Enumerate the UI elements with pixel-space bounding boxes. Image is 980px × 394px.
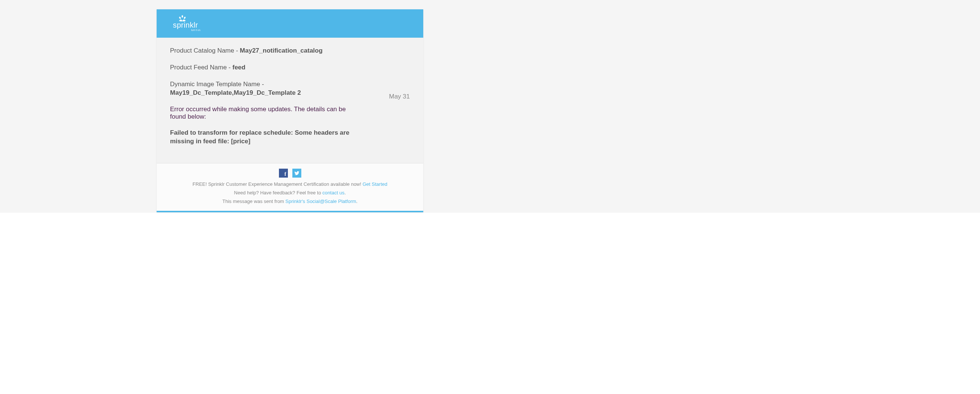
footer-line-3-tail: . <box>356 198 358 204</box>
content-region: Product Catalog Name - May27_notificatio… <box>157 38 423 163</box>
social-icons: f <box>164 169 416 178</box>
failure-message: Failed to transform for replace schedule… <box>170 129 360 146</box>
contact-us-link[interactable]: contact us <box>323 190 345 196</box>
brand-logo: sprinklr turn it on. <box>165 13 206 33</box>
feed-value: feed <box>232 64 245 71</box>
catalog-row: Product Catalog Name - May27_notificatio… <box>170 47 360 55</box>
feed-label: Product Feed Name - <box>170 64 232 71</box>
sprinklr-logo-icon: sprinklr turn it on. <box>165 13 206 33</box>
platform-link[interactable]: Sprinklr's Social@Scale Platform <box>285 198 356 204</box>
footer-line-3-text: This message was sent from <box>222 198 285 204</box>
header-bar: sprinklr turn it on. <box>157 10 423 38</box>
feed-row: Product Feed Name - feed <box>170 64 360 72</box>
svg-point-2 <box>183 16 186 19</box>
svg-point-0 <box>181 15 183 18</box>
template-label: Dynamic Image Template Name - <box>170 81 264 88</box>
footer-line-1-text: FREE! Sprinklr Customer Experience Manag… <box>192 181 363 187</box>
footer-line-3: This message was sent from Sprinklr's So… <box>164 198 416 204</box>
email-card: sprinklr turn it on. Product Catalog Nam… <box>157 10 423 212</box>
svg-point-1 <box>179 16 181 19</box>
facebook-icon[interactable]: f <box>279 169 288 178</box>
template-row: Dynamic Image Template Name - May19_Dc_T… <box>170 80 360 97</box>
footer-line-2-text: Need help? Have feedback? Feel free to <box>234 190 323 196</box>
error-heading: Error occurred while making some updates… <box>170 105 360 121</box>
footer-line-2-tail: . <box>345 190 346 196</box>
page-wrapper: sprinklr turn it on. Product Catalog Nam… <box>0 0 980 213</box>
footer-line-1: FREE! Sprinklr Customer Experience Manag… <box>164 181 416 187</box>
catalog-value: May27_notification_catalog <box>240 47 323 54</box>
brand-tagline: turn it on. <box>191 29 201 31</box>
catalog-label: Product Catalog Name - <box>170 47 240 54</box>
brand-name: sprinklr <box>173 21 198 29</box>
date-stamp: May 31 <box>389 93 410 100</box>
get-started-link[interactable]: Get Started <box>363 181 387 187</box>
footer-line-2: Need help? Have feedback? Feel free to c… <box>164 190 416 196</box>
twitter-icon[interactable] <box>292 169 301 178</box>
footer-region: f FREE! Sprinklr Customer Experience Man… <box>157 163 423 212</box>
template-value: May19_Dc_Template,May19_Dc_Template 2 <box>170 89 301 96</box>
